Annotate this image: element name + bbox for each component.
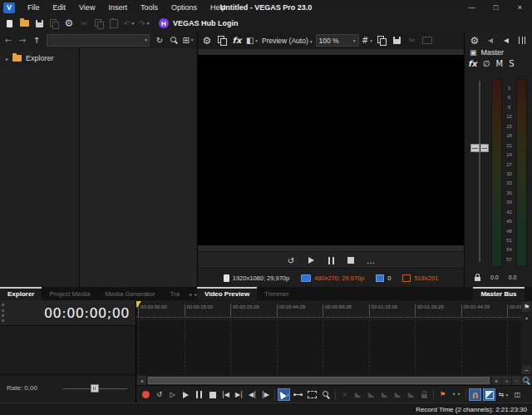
multi-tool-button[interactable]: ◫: [511, 388, 524, 401]
go-to-end-button[interactable]: ▶|: [233, 388, 245, 401]
track-area[interactable]: [136, 320, 521, 375]
expander-icon[interactable]: ▸: [6, 56, 8, 62]
preview-zoom-caret-icon[interactable]: ▾: [353, 38, 356, 43]
fade-tool-2-icon[interactable]: [365, 388, 377, 401]
copy-snapshot-icon[interactable]: [376, 34, 389, 47]
forward-icon[interactable]: →: [16, 33, 29, 47]
playhead-marker[interactable]: [136, 301, 141, 308]
event-interaction-button[interactable]: ⇆▾: [497, 388, 510, 401]
video-fx-icon[interactable]: fx: [230, 34, 244, 47]
normal-edit-tool-button[interactable]: ▾: [278, 388, 290, 401]
save-snapshot-icon[interactable]: [391, 34, 404, 47]
open-project-icon[interactable]: [17, 17, 31, 30]
zoom-tool-button[interactable]: [522, 376, 531, 385]
bus-mute-button[interactable]: M: [496, 59, 504, 68]
envelope-edit-tool-button[interactable]: [292, 388, 304, 401]
grid-overlay-icon[interactable]: #▾: [361, 34, 374, 47]
loop-playback-button[interactable]: ↺: [153, 388, 165, 401]
time-ruler[interactable]: 00:00:00:0000:00:15:0000:00:29:2900:00:4…: [136, 301, 521, 320]
menu-item[interactable]: Tools: [134, 0, 165, 15]
explorer-file-list[interactable]: [80, 48, 196, 287]
preview-zoom-combo[interactable]: 100 % ▾: [316, 34, 359, 47]
enable-snapping-button[interactable]: [469, 388, 481, 401]
normal-edit-tool-button-caret[interactable]: ▾: [287, 393, 289, 398]
timecode-value[interactable]: 00:00:00;00: [44, 305, 130, 321]
tab-video-preview[interactable]: Video Preview: [197, 287, 257, 300]
project-properties-icon[interactable]: ⚙: [200, 34, 214, 47]
undo-icon[interactable]: ↶▾: [122, 17, 135, 30]
preview-quality-dropdown[interactable]: Preview (Auto)▾: [262, 37, 313, 45]
up-icon[interactable]: ↑: [30, 33, 43, 47]
menu-item[interactable]: Insert: [101, 0, 134, 15]
fade-tool-1-icon[interactable]: [352, 388, 364, 401]
zoom-edit-tool-button[interactable]: [320, 388, 332, 401]
fade-tool-5-icon[interactable]: [405, 388, 417, 401]
event-interaction-button-caret[interactable]: ▾: [505, 393, 508, 398]
marker-tool-flag-icon[interactable]: ⚑: [522, 302, 531, 312]
copy-icon[interactable]: [92, 17, 106, 30]
stop-icon[interactable]: [344, 254, 357, 267]
scroll-left-button[interactable]: ◂: [137, 376, 146, 385]
paste-icon[interactable]: [107, 17, 121, 30]
tab-media-generator[interactable]: Media Generator: [97, 287, 162, 300]
address-input[interactable]: ▾: [47, 34, 150, 47]
grid-overlay-icon-caret[interactable]: ▾: [370, 38, 372, 43]
undo-icon-caret[interactable]: ▾: [132, 21, 135, 26]
bus-fx-button[interactable]: fx: [468, 59, 477, 68]
tree-item-explorer[interactable]: ▸ Explorer: [0, 54, 79, 62]
delete-icon[interactable]: ×: [338, 388, 351, 401]
views-icon[interactable]: ⊞▾: [181, 33, 195, 47]
project-properties-icon[interactable]: [47, 17, 61, 30]
tab-trimmer[interactable]: Trimmer: [257, 287, 296, 300]
external-monitor-icon[interactable]: [421, 34, 434, 47]
split-screen-icon-caret[interactable]: ▾: [255, 38, 258, 43]
search-icon[interactable]: [167, 33, 180, 47]
tab-explorer[interactable]: Explorer: [0, 287, 42, 300]
vertical-zoom-out-button[interactable]: −: [522, 366, 531, 374]
auto-ripple-button[interactable]: [483, 388, 495, 401]
menu-item[interactable]: Options: [165, 0, 204, 15]
cut-icon[interactable]: ✂: [77, 17, 91, 30]
scroll-up-icon[interactable]: ▴: [525, 314, 528, 320]
hscrollbar-track[interactable]: [147, 376, 491, 385]
address-caret-icon[interactable]: ▾: [145, 37, 147, 42]
overlays-icon[interactable]: [215, 34, 229, 47]
save-project-icon[interactable]: [32, 17, 46, 30]
timecode-display-box[interactable]: 00:00:00;00: [0, 300, 135, 326]
zoom-out-button[interactable]: −: [512, 376, 521, 385]
lock-icon[interactable]: [418, 388, 431, 401]
go-to-start-button[interactable]: |◀: [219, 388, 232, 401]
menu-item[interactable]: Edit: [47, 0, 73, 15]
fader-lock-icon[interactable]: [470, 270, 484, 284]
vegas-hub-login-button[interactable]: H VEGAS Hub Login: [159, 18, 239, 28]
next-frame-button[interactable]: |▶: [259, 388, 272, 401]
rate-slider-handle[interactable]: [91, 384, 99, 393]
close-button[interactable]: ×: [508, 0, 532, 15]
selection-edit-tool-button[interactable]: [306, 388, 318, 401]
play-button[interactable]: [180, 388, 192, 401]
views-icon-caret[interactable]: ▾: [191, 37, 194, 42]
redo-icon-caret[interactable]: ▾: [147, 21, 150, 26]
insert-marker-button[interactable]: ⚑: [436, 388, 449, 401]
bus-automation-icon[interactable]: ∅: [483, 59, 490, 68]
bus-solo-button[interactable]: S: [509, 59, 514, 68]
insert-region-button[interactable]: ••: [451, 388, 463, 401]
pause-icon[interactable]: [324, 254, 337, 267]
maximize-button[interactable]: □: [484, 0, 508, 15]
downmix-output-icon[interactable]: [500, 34, 513, 47]
hscrollbar-thumb[interactable]: [148, 377, 490, 384]
properties-gear-icon[interactable]: ⚙: [468, 34, 481, 47]
tab-scroll-left-icon[interactable]: ◂: [189, 291, 191, 297]
split-screen-icon[interactable]: ◧▾: [245, 34, 259, 47]
rate-slider[interactable]: ▴: [62, 388, 127, 389]
play-from-start-button[interactable]: ▷: [166, 388, 179, 401]
new-project-icon[interactable]: [2, 17, 16, 30]
scroll-right-button[interactable]: ▸: [492, 376, 501, 385]
volume-fader-handle[interactable]: [470, 144, 489, 152]
tab-project-media[interactable]: Project Media: [42, 287, 97, 300]
loop-playback-icon[interactable]: ↺: [284, 254, 298, 267]
preview-quality-caret-icon[interactable]: ▾: [310, 39, 313, 44]
settings-gear-icon[interactable]: ⚙: [62, 17, 76, 30]
redo-icon[interactable]: ↷▾: [137, 17, 150, 30]
menu-item[interactable]: View: [72, 0, 101, 15]
